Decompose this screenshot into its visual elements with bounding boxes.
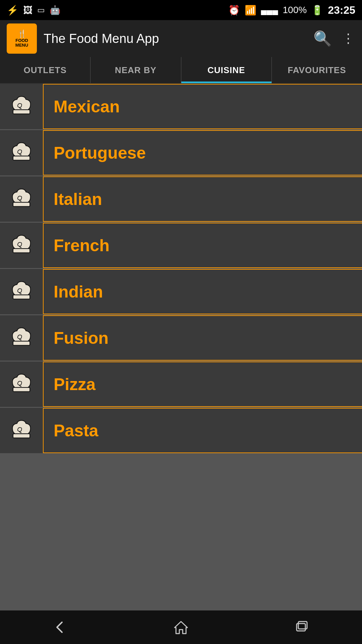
signal-icon: ▄▄▄ (261, 5, 278, 15)
tablet-icon: ▭ (37, 5, 45, 15)
tab-cuisine[interactable]: CUISINE (181, 57, 272, 83)
recents-button[interactable] (288, 614, 315, 641)
cuisine-item-french[interactable]: French (0, 223, 362, 268)
back-button[interactable] (47, 614, 74, 641)
cuisine-name-pizza: Pizza (44, 375, 96, 394)
wifi-icon: 📶 (245, 5, 256, 16)
nav-bar (0, 610, 362, 644)
cuisine-name-french: French (44, 236, 110, 255)
svg-marker-8 (175, 622, 187, 634)
cuisine-name-portuguese: Portuguese (44, 143, 146, 163)
usb-icon: ⚡ (7, 5, 18, 16)
cuisine-icon-french (0, 223, 44, 268)
svg-rect-1 (13, 156, 30, 160)
tab-outlets[interactable]: OUTLETS (0, 57, 90, 83)
cuisine-icon-italian (0, 176, 44, 222)
more-options-icon[interactable]: ⋮ (342, 31, 355, 46)
app-logo: 🍴 FOOD MENU (7, 23, 37, 54)
cuisine-item-fusion[interactable]: Fusion (0, 315, 362, 361)
android-icon: 🤖 (50, 5, 60, 15)
cuisine-item-pizza[interactable]: Pizza (0, 362, 362, 407)
status-time: 23:25 (328, 4, 355, 16)
app-title: The Food Menu App (44, 32, 303, 46)
cuisine-icon-indian (0, 269, 44, 314)
home-button[interactable] (168, 614, 194, 641)
tabs: OUTLETS NEAR BY CUISINE FAVOURITES (0, 57, 362, 84)
cuisine-item-italian[interactable]: Italian (0, 176, 362, 222)
logo-fork-icon: 🍴 (17, 30, 26, 38)
svg-rect-4 (13, 295, 30, 299)
cuisine-icon-portuguese (0, 130, 44, 175)
cuisine-name-pasta: Pasta (44, 421, 98, 440)
battery-percent: 100% (283, 5, 307, 15)
battery-icon: 🔋 (311, 5, 323, 16)
tab-favourites[interactable]: FAVOURITES (272, 57, 362, 83)
search-icon[interactable]: 🔍 (313, 30, 332, 47)
cuisine-name-mexican: Mexican (44, 97, 120, 116)
svg-rect-6 (13, 387, 30, 392)
cuisine-icon-pizza (0, 362, 44, 407)
cuisine-icon-fusion (0, 315, 44, 361)
svg-rect-3 (13, 249, 30, 253)
svg-rect-5 (13, 341, 30, 345)
cuisine-item-indian[interactable]: Indian (0, 269, 362, 314)
logo-text-menu: MENU (15, 43, 28, 48)
svg-rect-0 (13, 110, 30, 114)
cuisine-icon-mexican (0, 84, 44, 129)
cuisine-name-fusion: Fusion (44, 328, 109, 348)
logo-text-food: FOOD (15, 38, 28, 43)
image-icon: 🖼 (23, 5, 33, 16)
cuisine-icon-pasta (0, 408, 44, 453)
cuisine-name-italian: Italian (44, 190, 102, 209)
status-bar: ⚡ 🖼 ▭ 🤖 ⏰ 📶 ▄▄▄ 100% 🔋 23:25 (0, 0, 362, 20)
cuisine-name-indian: Indian (44, 282, 103, 302)
cuisine-item-mexican[interactable]: Mexican (0, 84, 362, 129)
tab-nearby[interactable]: NEAR BY (90, 57, 181, 83)
cuisine-item-portuguese[interactable]: Portuguese (0, 130, 362, 175)
alarm-icon: ⏰ (228, 5, 240, 16)
svg-rect-2 (13, 202, 30, 207)
cuisine-list: Mexican Portuguese (0, 84, 362, 610)
cuisine-item-pasta[interactable]: Pasta (0, 408, 362, 453)
app-bar: 🍴 FOOD MENU The Food Menu App 🔍 ⋮ (0, 20, 362, 57)
svg-rect-7 (13, 434, 30, 438)
